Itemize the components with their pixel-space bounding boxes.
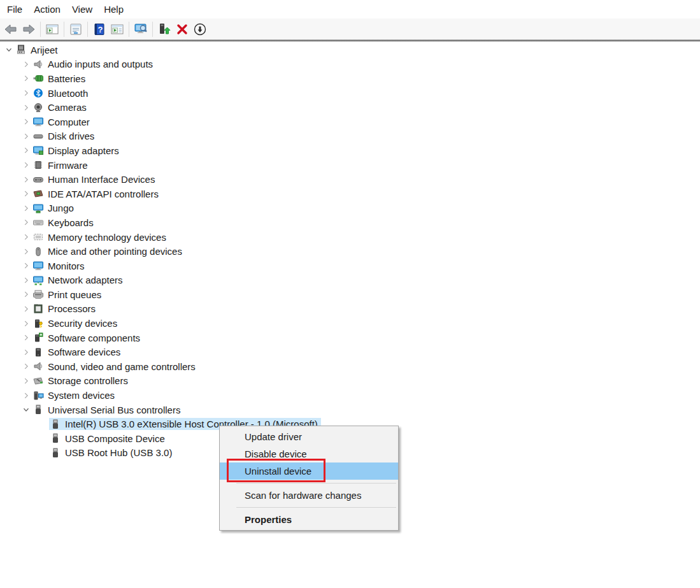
chevron-right-icon[interactable] xyxy=(20,319,32,329)
chevron-right-icon[interactable] xyxy=(20,175,32,185)
context-menu-item-update-driver[interactable]: Update driver xyxy=(220,428,398,445)
chevron-right-icon[interactable] xyxy=(20,145,32,155)
tree-item-firmware[interactable]: Firmware xyxy=(0,158,700,173)
monitor-icon xyxy=(32,117,44,127)
chevron-right-icon[interactable] xyxy=(20,361,32,371)
toolbar-properties-window-button[interactable] xyxy=(68,20,84,38)
tree-item-label: Security devices xyxy=(48,318,117,329)
menu-bar: FileActionViewHelp xyxy=(0,0,700,18)
chevron-down-icon[interactable] xyxy=(3,45,15,55)
context-menu-item-uninstall-device[interactable]: Uninstall device xyxy=(220,463,398,480)
tree-item-label: Software components xyxy=(48,333,140,343)
context-menu-item-disable-device[interactable]: Disable device xyxy=(220,445,398,463)
tree-item-security-devices[interactable]: Security devices xyxy=(0,316,700,331)
menu-help[interactable]: Help xyxy=(98,2,129,17)
tree-item-monitors[interactable]: Monitors xyxy=(0,259,700,273)
chevron-right-icon[interactable] xyxy=(20,347,32,357)
toolbar-update-driver-button[interactable] xyxy=(156,20,173,38)
tree-item-print-queues[interactable]: Print queues xyxy=(0,287,700,302)
chevron-right-icon[interactable] xyxy=(20,160,32,170)
chevron-right-icon[interactable] xyxy=(20,131,32,141)
speaker-icon xyxy=(32,59,44,69)
chevron-right-icon[interactable] xyxy=(20,203,32,213)
svg-text:?: ? xyxy=(98,25,103,34)
tree-item-disk-drives[interactable]: Disk drives xyxy=(0,129,700,144)
toolbar-separator xyxy=(87,22,88,37)
tree-item-software-components[interactable]: Software components xyxy=(0,331,700,345)
tree-item-arijeet[interactable]: Arijeet xyxy=(0,43,700,57)
menu-file[interactable]: File xyxy=(1,2,28,17)
tree-item-software-devices[interactable]: Software devices xyxy=(0,345,700,359)
tree-item-content: IDE ATA/ATAPI controllers xyxy=(32,188,162,200)
tree-item-content: Bluetooth xyxy=(32,87,91,99)
tree-item-content: USB Composite Device xyxy=(49,433,168,445)
toolbar-back-button[interactable] xyxy=(3,20,19,38)
tree-item-jungo[interactable]: Jungo xyxy=(0,201,700,216)
chevron-right-icon[interactable] xyxy=(20,232,32,242)
toolbar-uninstall-device-button[interactable] xyxy=(174,20,190,38)
usb-plug-icon xyxy=(32,405,44,415)
tree-item-bluetooth[interactable]: Bluetooth xyxy=(0,86,700,101)
tree-item-audio-inputs-and-outputs[interactable]: Audio inputs and outputs xyxy=(0,57,700,72)
chevron-right-icon[interactable] xyxy=(20,333,32,343)
tree-item-label: Batteries xyxy=(48,73,85,84)
toolbar-scan-for-hardware-changes-button[interactable] xyxy=(132,20,149,38)
menu-action[interactable]: Action xyxy=(28,2,66,17)
context-menu-separator xyxy=(236,507,396,508)
tree-item-content: Sound, video and game controllers xyxy=(32,361,199,373)
chevron-down-icon[interactable] xyxy=(20,405,32,415)
tree-item-content: USB Root Hub (USB 3.0) xyxy=(49,447,175,459)
tree-item-content: Disk drives xyxy=(32,130,97,142)
chevron-right-icon[interactable] xyxy=(20,73,32,83)
chevron-right-icon[interactable] xyxy=(20,59,32,69)
tree-item-content: Display adapters xyxy=(32,145,122,157)
tree-item-universal-serial-bus-controllers[interactable]: Universal Serial Bus controllers xyxy=(0,403,700,417)
chevron-right-icon[interactable] xyxy=(20,289,32,299)
tree-item-system-devices[interactable]: System devices xyxy=(0,388,700,403)
tree-item-label: Disk drives xyxy=(48,131,94,141)
back-arrow-icon xyxy=(4,22,18,36)
tree-item-content: System devices xyxy=(32,389,118,401)
menu-view[interactable]: View xyxy=(66,2,98,17)
toolbar-separator xyxy=(64,22,64,37)
camera-icon xyxy=(32,103,44,113)
chevron-right-icon[interactable] xyxy=(20,217,32,227)
tree-item-ide-ata-atapi-controllers[interactable]: IDE ATA/ATAPI controllers xyxy=(0,187,700,201)
tree-item-sound-video-and-game-controllers[interactable]: Sound, video and game controllers xyxy=(0,359,700,374)
context-menu-item-properties[interactable]: Properties xyxy=(220,511,398,528)
tree-item-storage-controllers[interactable]: Storage controllers xyxy=(0,374,700,389)
toolbar-disable-device-button[interactable] xyxy=(192,20,208,38)
tree-item-cameras[interactable]: Cameras xyxy=(0,100,700,115)
tree-item-display-adapters[interactable]: Display adapters xyxy=(0,143,700,158)
device-manager-window: FileActionViewHelp ? ArijeetAudio inputs… xyxy=(0,0,700,460)
tree-item-human-interface-devices[interactable]: Human Interface Devices xyxy=(0,172,700,187)
chevron-right-icon[interactable] xyxy=(20,247,32,257)
tree-item-computer[interactable]: Computer xyxy=(0,115,700,129)
tree-item-keyboards[interactable]: Keyboards xyxy=(0,215,700,230)
tree-item-processors[interactable]: Processors xyxy=(0,302,700,317)
disk-drive-icon xyxy=(32,131,44,141)
context-menu-separator xyxy=(236,483,396,484)
tree-item-content: Jungo xyxy=(32,202,77,214)
chevron-right-icon[interactable] xyxy=(20,189,32,199)
chevron-right-icon[interactable] xyxy=(20,376,32,386)
tree-item-network-adapters[interactable]: Network adapters xyxy=(0,273,700,288)
chevron-right-icon[interactable] xyxy=(20,88,32,98)
tree-item-label: Processors xyxy=(48,303,96,314)
tree-item-mice-and-other-pointing-devices[interactable]: Mice and other pointing devices xyxy=(0,244,700,259)
chevron-right-icon[interactable] xyxy=(20,304,32,314)
toolbar-show-console-tree-button[interactable] xyxy=(44,20,61,38)
toolbar-help-button[interactable]: ? xyxy=(91,20,108,38)
context-menu-item-scan-for-hardware-changes[interactable]: Scan for hardware changes xyxy=(220,487,398,504)
chevron-right-icon[interactable] xyxy=(20,103,32,113)
security-key-icon xyxy=(32,319,44,329)
scan-hardware-icon xyxy=(134,22,148,36)
tree-item-memory-technology-devices[interactable]: Memory technology devices xyxy=(0,230,700,245)
chevron-right-icon[interactable] xyxy=(20,391,32,401)
chevron-right-icon[interactable] xyxy=(20,275,32,285)
toolbar-show-action-pane-button[interactable] xyxy=(109,20,125,38)
chevron-right-icon[interactable] xyxy=(20,117,32,127)
toolbar-forward-button[interactable] xyxy=(20,20,37,38)
tree-item-batteries[interactable]: Batteries xyxy=(0,71,700,86)
chevron-right-icon[interactable] xyxy=(20,261,32,271)
